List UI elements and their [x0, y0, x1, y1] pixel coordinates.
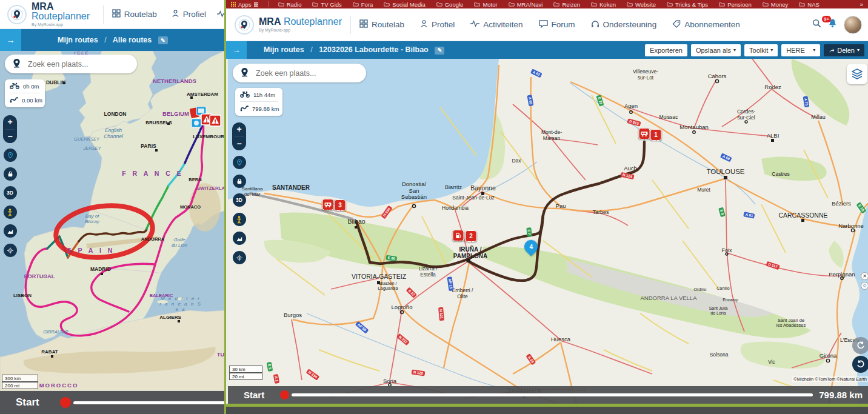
map-label: ANDORRA: [141, 237, 164, 242]
edit-icon[interactable]: ✎: [158, 36, 168, 44]
slider-track[interactable]: [292, 393, 813, 396]
route-map[interactable]: SANTANDERSantillana del MarAlgortaBilbao…: [228, 59, 868, 404]
zoom-out-button[interactable]: −: [232, 137, 246, 151]
nav-item-activiteiten[interactable]: Activiteiten: [470, 19, 522, 30]
waypoint-pin-4[interactable]: 4: [524, 240, 538, 253]
bookmark-item[interactable]: Tricks & Tips: [667, 1, 708, 8]
waypoint-marker-1[interactable]: 1: [650, 129, 662, 141]
breadcrumb-root[interactable]: Mijn routes: [264, 45, 304, 54]
folder-icon: [799, 1, 805, 8]
map-label: BERN: [189, 178, 201, 182]
bookmarks-overflow-chevron[interactable]: »: [860, 1, 863, 8]
bookmark-item[interactable]: Koken: [591, 1, 616, 8]
search-box[interactable]: [5, 55, 137, 73]
zoom-in-button[interactable]: +: [232, 122, 246, 136]
compass-button[interactable]: [233, 251, 246, 264]
search-pin-icon: [240, 67, 249, 79]
bookmark-item[interactable]: NAS: [799, 1, 820, 8]
bookmark-item[interactable]: Money: [763, 1, 789, 8]
duration-value: 0h 0m: [23, 83, 39, 90]
scale-metric: 30 km: [229, 366, 262, 373]
nav-item-routelab[interactable]: Routelab: [112, 9, 157, 19]
nav-item-routelab[interactable]: Routelab: [359, 19, 404, 30]
bookmark-item[interactable]: MRA/Navi: [509, 1, 543, 8]
header-divider: [103, 5, 104, 24]
map-attribution: ©Michelin ©TomTom ©Natural Earth: [792, 376, 868, 382]
camper-poi-marker[interactable]: [639, 128, 650, 139]
lock-button[interactable]: [4, 167, 17, 181]
notifications-bell-icon[interactable]: 9+: [827, 18, 838, 31]
export-button[interactable]: Exporteren: [645, 44, 687, 56]
nav-item-ondersteuning[interactable]: Ondersteuning: [591, 19, 657, 30]
streetview-pegman-button[interactable]: [852, 337, 868, 354]
reset-rotation-button[interactable]: [852, 356, 868, 373]
elevation-chart-button[interactable]: [4, 224, 17, 238]
slider-track[interactable]: [73, 401, 226, 404]
search-input[interactable]: [255, 68, 359, 78]
close-icon[interactable]: ✕: [861, 272, 868, 280]
bookmark-item[interactable]: Website: [627, 1, 656, 8]
waypoint-marker-2[interactable]: 2: [466, 230, 477, 242]
bookmark-item[interactable]: Radio: [278, 1, 302, 8]
folder-icon: [627, 1, 633, 8]
waypoint-marker-3[interactable]: 3: [335, 199, 346, 211]
bookmark-apps[interactable]: Apps: [231, 1, 258, 8]
threed-button[interactable]: 3D: [233, 193, 246, 207]
locate-button[interactable]: [233, 156, 246, 169]
breadcrumb: Mijn routes / Alle routes ✎: [58, 36, 168, 45]
streetview-button[interactable]: [4, 205, 17, 219]
right-nav: RoutelabProfielActiviteitenForumOnderste…: [359, 19, 740, 30]
lock-button[interactable]: [233, 175, 246, 188]
nav-item-profiel[interactable]: Profiel: [172, 9, 206, 19]
zoom-in-button[interactable]: +: [3, 115, 17, 129]
slider-start-label: Start: [16, 396, 39, 409]
breadcrumb-root[interactable]: Mijn routes: [58, 36, 98, 44]
bookmark-item[interactable]: Fora: [353, 1, 373, 8]
share-button[interactable]: Delen▾: [824, 44, 864, 56]
nav-item-abonnementen[interactable]: Abonnementen: [672, 19, 740, 30]
layers-button[interactable]: [847, 64, 867, 84]
collapse-arrow-button[interactable]: →: [0, 29, 21, 51]
zoom-out-button[interactable]: −: [3, 130, 17, 144]
folder-icon: [353, 1, 359, 8]
user-avatar[interactable]: [844, 16, 862, 34]
bookmark-item[interactable]: Pensioen: [719, 1, 752, 8]
save-as-button[interactable]: Opslaan als▾: [691, 44, 741, 56]
locate-button[interactable]: [4, 149, 17, 162]
brand: MRA Routeplanner By MyRoute-app: [32, 2, 95, 27]
bookmark-item[interactable]: Reizen: [553, 1, 580, 8]
search-input[interactable]: [27, 59, 130, 69]
left-map[interactable]: ISLEDUBLINNETHERLANDSAMSTERDAMBELGIUMBRU…: [0, 51, 224, 391]
nav-item-profiel[interactable]: Profiel: [420, 19, 455, 30]
search-box[interactable]: [233, 64, 366, 82]
bookmark-item[interactable]: Google: [436, 1, 464, 8]
map-label: LONDON: [104, 112, 127, 118]
bookmarks-divider: [268, 1, 269, 7]
camper-poi-marker[interactable]: [322, 199, 334, 210]
streetview-button[interactable]: [233, 213, 246, 226]
nav-item-forum[interactable]: Forum: [539, 19, 575, 30]
elevation-chart-button[interactable]: [233, 232, 246, 245]
brand-product: Routeplanner: [32, 11, 90, 21]
map-provider-select[interactable]: HERE▾: [781, 44, 820, 56]
bookmark-item[interactable]: TV Gids: [312, 1, 341, 8]
map-label: JERSEY: [83, 146, 101, 151]
bookmark-item[interactable]: Motor: [474, 1, 497, 8]
search-icon[interactable]: [812, 19, 821, 30]
slider-handle[interactable]: [280, 390, 289, 399]
threed-button[interactable]: 3D: [4, 186, 17, 199]
compass-button[interactable]: [4, 244, 17, 257]
toolkit-button[interactable]: Toolkit▾: [744, 44, 778, 56]
bookmark-item[interactable]: Social Media: [384, 1, 425, 8]
duration-icon: [10, 82, 19, 90]
edit-icon[interactable]: ✎: [435, 47, 444, 55]
copyright-icon[interactable]: ©: [861, 282, 868, 290]
fuel-poi-marker[interactable]: [453, 230, 464, 241]
distance-value: 799.88 km: [252, 105, 279, 112]
map-label: Bay of Biscay: [85, 214, 99, 225]
left-nav: RoutelabProfiel: [112, 9, 206, 19]
slider-handle[interactable]: [60, 397, 71, 408]
folder-icon: [474, 1, 480, 8]
collapse-arrow-button[interactable]: →: [226, 41, 247, 59]
folder-icon: [553, 1, 559, 8]
